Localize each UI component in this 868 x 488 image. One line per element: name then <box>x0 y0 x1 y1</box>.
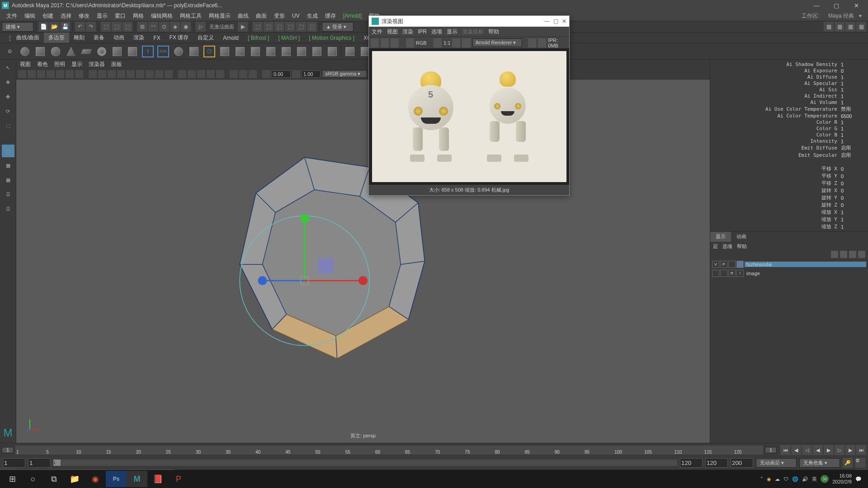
menu-item[interactable]: 文件 <box>3 11 21 21</box>
poly-cylinder-icon[interactable] <box>49 45 62 58</box>
shelf-tab[interactable]: FX 缓存 <box>165 33 193 43</box>
shelf-tab[interactable]: 装备 <box>89 33 109 43</box>
single-pane-icon[interactable]: ▦ <box>2 159 14 172</box>
vp-tool-icon[interactable] <box>178 70 186 78</box>
render-menu-item[interactable]: IPR <box>418 28 427 35</box>
layer-color-swatch[interactable] <box>736 261 744 268</box>
wifi-icon[interactable]: ◉ <box>767 476 771 482</box>
light-editor-icon[interactable]: ⬚ <box>296 22 306 32</box>
poly-torus-icon[interactable] <box>95 45 108 58</box>
construction-history-icon[interactable]: ▷ <box>196 22 206 32</box>
shelf-tab[interactable]: [ Bifrost ] <box>243 33 274 42</box>
vp-tool-icon[interactable] <box>197 70 205 78</box>
vp-tool-icon[interactable] <box>216 70 224 78</box>
attr-value[interactable]: 0 <box>841 68 863 74</box>
menu-item[interactable]: 选择 <box>57 11 75 21</box>
anim-layer-dropdown[interactable]: 无动画层 ▾ <box>756 458 797 468</box>
color-space-dropdown[interactable]: sRGB gamma ▾ <box>322 70 367 78</box>
attr-value[interactable]: 0 <box>841 166 863 172</box>
vp-tool-icon[interactable] <box>292 70 300 78</box>
render-region-icon[interactable] <box>381 38 389 47</box>
layer-row[interactable]: R / image <box>710 269 868 278</box>
render-menu-item[interactable]: 视图 <box>387 28 398 36</box>
vp-tool-icon[interactable] <box>136 70 144 78</box>
poly-prism-icon[interactable] <box>110 45 124 58</box>
range-end2-field[interactable] <box>731 458 753 468</box>
vp-tool-icon[interactable] <box>56 70 64 78</box>
exposure-input[interactable] <box>272 70 291 78</box>
tray-up-icon[interactable]: ˄ <box>760 476 763 482</box>
viewport-3d[interactable]: 英立: persp polyExtrudeFace6 厚度0 局部平移 Z0 偏… <box>16 80 710 443</box>
vp-tool-icon[interactable] <box>188 70 196 78</box>
svg-tool-icon[interactable]: SVG <box>156 45 170 58</box>
doc-icon[interactable]: 📕 <box>147 471 168 487</box>
vp-tool-icon[interactable] <box>262 70 270 78</box>
separate-icon[interactable] <box>233 45 247 58</box>
attr-value[interactable]: 0 <box>841 188 863 193</box>
shelf-tab[interactable]: 自定义 <box>193 33 218 43</box>
vp-menu-item[interactable]: 显示 <box>71 61 82 68</box>
play-back-icon[interactable]: ◀ <box>813 445 823 455</box>
notifications-icon[interactable]: 💬 <box>855 476 862 482</box>
menu-item[interactable]: 网格显示 <box>205 11 234 21</box>
attr-value[interactable]: 1 <box>841 62 863 67</box>
attr-value[interactable]: 1 <box>841 132 863 138</box>
go-start-icon[interactable]: ⏮ <box>780 445 790 455</box>
close-button[interactable]: ✕ <box>846 0 866 11</box>
move-tool-icon[interactable]: ✤ <box>2 90 14 103</box>
render-menu-item[interactable]: 选项 <box>431 28 442 36</box>
menu-item[interactable]: 网格工具 <box>176 11 205 21</box>
clock[interactable]: 16:082020/2/9 <box>832 473 852 485</box>
vp-menu-item[interactable]: 渲染器 <box>89 61 105 68</box>
new-layer-sel-icon[interactable] <box>858 251 865 258</box>
maximize-button[interactable]: ▢ <box>826 0 846 11</box>
snap-live-icon[interactable]: ◉ <box>181 22 191 32</box>
save-scene-icon[interactable]: 💾 <box>60 22 70 32</box>
menu-set-dropdown[interactable]: 建模 ▾ <box>2 22 33 32</box>
attr-value[interactable]: 1 <box>841 87 863 93</box>
vp-tool-icon[interactable] <box>207 70 215 78</box>
vp-tool-icon[interactable] <box>108 70 116 78</box>
layer-tab[interactable]: 动画 <box>731 232 752 242</box>
shelf-menu-icon[interactable]: ⋮ <box>3 33 12 42</box>
cortana-icon[interactable]: ○ <box>23 471 43 487</box>
attr-value[interactable]: 1 <box>841 75 863 80</box>
attr-value[interactable]: 1 <box>841 139 863 144</box>
layer-row[interactable]: V P fuzhinaodai <box>710 260 868 269</box>
minimize-button[interactable]: — <box>807 0 826 11</box>
range-start-field[interactable] <box>3 458 25 468</box>
undo-icon[interactable]: ↶ <box>75 22 85 32</box>
current-frame-field[interactable]: 1 <box>765 447 777 453</box>
vp-menu-item[interactable]: 面板 <box>111 61 122 68</box>
shelf-options-icon[interactable]: ⊙ <box>3 45 16 58</box>
select-tool-icon[interactable]: ↖ <box>2 61 14 74</box>
maya-taskbar-icon[interactable]: M <box>127 471 147 487</box>
attr-value[interactable]: 1 <box>841 217 863 222</box>
shelf-tab[interactable]: 雕刻 <box>69 33 89 43</box>
photoshop-icon[interactable]: Ps <box>106 471 127 487</box>
poly-sphere-icon[interactable] <box>18 45 32 58</box>
render-icon[interactable] <box>371 38 379 47</box>
vp-menu-item[interactable]: 着色 <box>37 61 48 68</box>
start-button[interactable]: ⊞ <box>2 471 23 487</box>
vp-tool-icon[interactable] <box>239 70 247 78</box>
new-layer-icon[interactable] <box>849 251 856 258</box>
poly-cube-icon[interactable] <box>33 45 47 58</box>
multi-cut-icon[interactable] <box>264 45 278 58</box>
shelf-tab[interactable]: 渲染 <box>129 33 149 43</box>
menu-item[interactable]: 编辑网格 <box>147 11 176 21</box>
range-slider[interactable]: 1 <box>53 460 677 466</box>
combine-icon[interactable] <box>218 45 231 58</box>
layer-type-toggle[interactable]: R <box>728 270 736 277</box>
vp-tool-icon[interactable] <box>117 70 125 78</box>
attr-value[interactable]: 0 <box>841 195 863 201</box>
attr-value[interactable]: 0 <box>841 181 863 186</box>
snap-plane-icon[interactable]: ◈ <box>170 22 180 32</box>
attr-value[interactable]: 0 <box>841 174 863 179</box>
snap-grid-icon[interactable]: ⊞ <box>137 22 147 32</box>
go-end-icon[interactable]: ⏭ <box>856 445 866 455</box>
close-button[interactable]: ✕ <box>562 18 566 24</box>
select-hierarchy-icon[interactable]: ⬚ <box>101 22 111 32</box>
menu-item[interactable]: 变形 <box>270 11 288 21</box>
step-forward-key-icon[interactable]: ▶ <box>845 445 855 455</box>
